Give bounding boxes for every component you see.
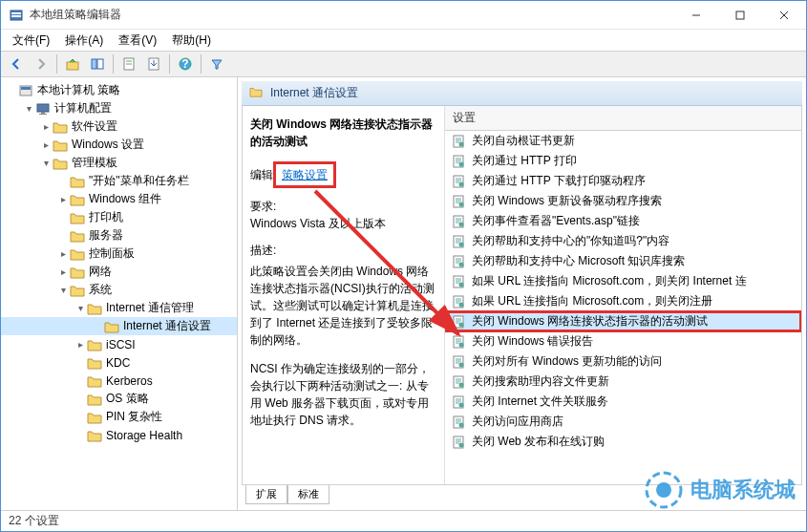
tree-item[interactable]: ▾系统	[1, 281, 237, 299]
expander-icon[interactable]: ▸	[39, 139, 53, 150]
policy-item[interactable]: 关闭对所有 Windows 更新功能的访问	[445, 351, 801, 372]
expander-icon[interactable]: ▸	[39, 121, 53, 132]
policy-item[interactable]: 关闭通过 HTTP 打印	[445, 151, 801, 171]
tree-item[interactable]: ▾Internet 通信管理	[1, 299, 237, 317]
tree-item[interactable]: PIN 复杂性	[1, 408, 237, 426]
content-area: 本地计算机 策略▾计算机配置▸软件设置▸Windows 设置▾管理模板 "开始"…	[1, 77, 806, 510]
folder-icon	[70, 265, 85, 280]
expander-icon[interactable]: ▾	[22, 103, 35, 114]
menu-help[interactable]: 帮助(H)	[164, 31, 219, 51]
policy-item[interactable]: 关闭 Web 发布和在线订购	[445, 432, 801, 452]
properties-button[interactable]	[117, 53, 140, 75]
tree-item[interactable]: Kerberos	[1, 372, 237, 390]
tree-item[interactable]: ▸iSCSI	[1, 335, 237, 353]
menu-file[interactable]: 文件(F)	[5, 31, 57, 51]
policy-icon	[451, 354, 466, 370]
toolbar-separator	[56, 54, 57, 74]
svg-point-85	[459, 382, 464, 387]
menu-action[interactable]: 操作(A)	[57, 31, 111, 51]
policy-item[interactable]: 关闭 Windows 更新设备驱动程序搜索	[445, 191, 801, 211]
policy-item-label: 关闭通过 HTTP 下载打印驱动程序	[472, 173, 646, 189]
policy-item-label: 关闭 Windows 网络连接状态指示器的活动测试	[472, 313, 708, 330]
policy-item[interactable]: 关闭通过 HTTP 下载打印驱动程序	[445, 171, 801, 191]
description-text: 此策略设置会关闭由 Windows 网络连接状态指示器(NCSI)执行的活动测试…	[250, 263, 436, 349]
policy-item[interactable]: 关闭帮助和支持中心的"你知道吗?"内容	[445, 231, 801, 251]
svg-rect-8	[92, 59, 96, 69]
policy-item[interactable]: 如果 URL 连接指向 Microsoft.com，则关闭 Internet 连	[445, 271, 801, 291]
help-button[interactable]: ?	[174, 53, 197, 75]
tree-item[interactable]: KDC	[1, 353, 237, 372]
tree-item-label: 服务器	[89, 227, 123, 244]
tree-item[interactable]: ▸控制面板	[1, 245, 237, 263]
tree-item[interactable]: ▸Windows 设置	[1, 136, 237, 154]
policy-item[interactable]: 如果 URL 连接指向 Microsoft.com，则关闭注册	[445, 291, 801, 311]
filter-button[interactable]	[205, 53, 228, 75]
tree-item[interactable]: ▾管理模板	[1, 154, 237, 172]
tree-item[interactable]: 服务器	[1, 226, 237, 245]
folder-icon	[104, 319, 119, 334]
policy-icon	[451, 334, 466, 350]
forward-button[interactable]	[30, 53, 53, 75]
tab-standard[interactable]: 标准	[287, 485, 329, 504]
tree-pane[interactable]: 本地计算机 策略▾计算机配置▸软件设置▸Windows 设置▾管理模板 "开始"…	[1, 77, 238, 510]
tree-item[interactable]: 本地计算机 策略	[1, 81, 237, 99]
tree-item-label: Internet 通信管理	[106, 300, 194, 316]
policy-icon	[451, 194, 466, 209]
policy-list-pane[interactable]: 设置 关闭自动根证书更新关闭通过 HTTP 打印关闭通过 HTTP 下载打印驱动…	[445, 106, 801, 484]
policy-item[interactable]: 关闭访问应用商店	[445, 412, 801, 432]
tree-item[interactable]: Internet 通信设置	[1, 317, 237, 335]
tree-item-label: 网络	[89, 264, 112, 280]
svg-point-25	[459, 141, 464, 146]
policy-title: 关闭 Windows 网络连接状态指示器的活动测试	[250, 116, 436, 150]
policy-item[interactable]: 关闭事件查看器"Events.asp"链接	[445, 211, 801, 231]
maximize-button[interactable]	[718, 1, 762, 30]
tree-item[interactable]: ▾计算机配置	[1, 99, 237, 117]
policy-item[interactable]: 关闭自动根证书更新	[445, 131, 801, 151]
up-button[interactable]	[61, 53, 84, 75]
svg-rect-19	[41, 112, 45, 114]
policy-icon	[451, 394, 466, 410]
edit-policy-link[interactable]: 策略设置	[282, 168, 328, 181]
svg-point-100	[459, 442, 464, 447]
policy-item[interactable]: 关闭 Windows 错误报告	[445, 331, 801, 351]
list-header[interactable]: 设置	[445, 106, 801, 131]
svg-point-70	[459, 322, 464, 327]
tree-item[interactable]: ▸软件设置	[1, 117, 237, 136]
back-button[interactable]	[5, 53, 28, 75]
expander-icon[interactable]: ▸	[56, 248, 70, 259]
expander-icon[interactable]: ▾	[74, 303, 87, 313]
expander-icon[interactable]: ▾	[39, 158, 53, 168]
app-icon	[9, 8, 24, 23]
minimize-button[interactable]	[674, 1, 718, 30]
policy-item[interactable]: 关闭帮助和支持中心 Microsoft 知识库搜索	[445, 251, 801, 271]
expander-icon[interactable]: ▸	[56, 266, 70, 277]
folder-icon	[249, 86, 265, 101]
tree-item-label: PIN 复杂性	[106, 409, 162, 425]
policy-item[interactable]: 关闭搜索助理内容文件更新	[445, 372, 801, 392]
svg-point-35	[459, 181, 464, 186]
menu-view[interactable]: 查看(V)	[111, 31, 164, 51]
tree-item[interactable]: 打印机	[1, 208, 237, 226]
expander-icon[interactable]: ▾	[56, 285, 70, 295]
export-list-button[interactable]	[142, 53, 165, 75]
expander-icon[interactable]: ▸	[56, 194, 70, 204]
menu-bar: 文件(F) 操作(A) 查看(V) 帮助(H)	[1, 30, 806, 51]
policy-icon	[451, 435, 466, 450]
path-label: Internet 通信设置	[270, 85, 358, 101]
close-button[interactable]	[762, 1, 806, 30]
tree-item[interactable]: "开始"菜单和任务栏	[1, 172, 237, 190]
policy-item-label: 关闭通过 HTTP 打印	[472, 153, 577, 169]
tree-item[interactable]: ▸网络	[1, 263, 237, 281]
console-icon	[18, 83, 33, 98]
description-text-2: NCSI 作为确定连接级别的一部分，会执行以下两种活动测试之一: 从专用 Web…	[250, 360, 436, 429]
tree-item[interactable]: Storage Health	[1, 426, 237, 444]
tree-item[interactable]: ▸Windows 组件	[1, 190, 237, 208]
tree-item[interactable]: OS 策略	[1, 390, 237, 408]
show-hide-tree-button[interactable]	[86, 53, 109, 75]
expander-icon[interactable]: ▸	[74, 339, 87, 350]
policy-item[interactable]: 关闭 Internet 文件关联服务	[445, 392, 801, 412]
tab-extended[interactable]: 扩展	[245, 485, 287, 504]
folder-icon	[87, 355, 102, 371]
policy-item[interactable]: 关闭 Windows 网络连接状态指示器的活动测试	[445, 311, 801, 331]
folder-icon	[70, 210, 85, 225]
